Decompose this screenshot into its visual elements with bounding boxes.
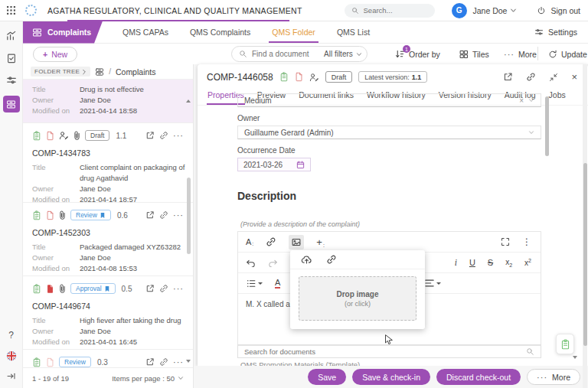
- all-filters-dropdown[interactable]: All filters: [324, 50, 362, 58]
- discard-checkout-button[interactable]: Discard check-out: [436, 369, 521, 385]
- copy-link-icon[interactable]: [159, 284, 168, 293]
- linked-document-row[interactable]: QMS Promotion Materials (Template): [240, 360, 501, 366]
- subscript-icon[interactable]: x2: [505, 258, 512, 268]
- occurrence-date-input[interactable]: 2021-03-26: [237, 158, 311, 171]
- undo-icon[interactable]: [246, 259, 256, 267]
- insert-more-icon[interactable]: +:: [316, 236, 325, 248]
- analytics-icon[interactable]: [5, 30, 17, 41]
- list-scrollbar[interactable]: [186, 81, 191, 366]
- items-per-page-dropdown[interactable]: Items per page : 50: [112, 374, 184, 383]
- font-color-icon[interactable]: A: [275, 279, 280, 289]
- calendar-icon[interactable]: [296, 161, 305, 169]
- filters-icon[interactable]: [6, 75, 17, 86]
- insert-image-icon[interactable]: [289, 235, 304, 249]
- workflow-flag-icon: [104, 285, 110, 292]
- language-flag-icon[interactable]: [6, 351, 17, 361]
- close-icon[interactable]: ×: [571, 71, 577, 83]
- image-dropzone[interactable]: Drop image (or click): [299, 276, 416, 321]
- insert-image-popup: Drop image (or click): [290, 250, 425, 329]
- document-link-search[interactable]: [237, 344, 541, 358]
- new-button[interactable]: +New: [33, 47, 77, 62]
- tab-qms-folder[interactable]: QMS Folder: [270, 21, 317, 43]
- order-by-button[interactable]: 1 Order by: [395, 49, 440, 59]
- italic-icon[interactable]: i: [455, 258, 457, 267]
- scroll-down-icon[interactable]: [573, 356, 577, 359]
- open-document-icon[interactable]: [145, 284, 155, 293]
- item-title: Client complaint on packaging of drug Ag…: [80, 162, 185, 184]
- open-document-icon[interactable]: [145, 131, 155, 140]
- form-scrollbar-thumb[interactable]: [545, 96, 549, 156]
- global-search[interactable]: [345, 4, 435, 18]
- page-scrollbar-thumb[interactable]: [583, 163, 587, 346]
- copy-link-icon[interactable]: [159, 131, 168, 140]
- tab-qms-capas[interactable]: QMS CAPAs: [121, 21, 170, 43]
- list-item[interactable]: Review 0.6 ··· COMP-1452303 TitlePackage…: [23, 203, 193, 276]
- tab-qms-list[interactable]: QMS List: [335, 21, 371, 43]
- avatar[interactable]: G: [452, 3, 467, 18]
- more-actions-icon[interactable]: ···: [173, 284, 184, 293]
- more-actions-button[interactable]: ···More: [527, 369, 580, 385]
- document-link-search-input[interactable]: [244, 347, 526, 356]
- collapse-panel-icon[interactable]: [549, 73, 558, 82]
- rich-text-editor[interactable]: A: +: ⋮ Normal i U S: [237, 231, 541, 346]
- tab-complaints[interactable]: Complaints: [23, 21, 103, 44]
- open-document-icon[interactable]: [145, 210, 155, 220]
- more-actions-icon[interactable]: ···: [173, 357, 184, 367]
- user-name[interactable]: Jane Doe: [473, 6, 508, 15]
- document-id[interactable]: COMP-1452303: [32, 226, 185, 242]
- copy-link-icon[interactable]: [159, 210, 168, 220]
- find-document-search[interactable]: All filters: [231, 46, 368, 62]
- image-url-tab-icon[interactable]: [326, 254, 337, 265]
- collapse-rail-icon[interactable]: [6, 371, 16, 381]
- save-button[interactable]: Save: [308, 369, 346, 385]
- app-launcher-icon[interactable]: [7, 6, 15, 15]
- list-item[interactable]: Review 0.3 ···: [23, 350, 193, 367]
- font-style-icon[interactable]: A:: [246, 237, 253, 246]
- sign-out-button[interactable]: Sign out: [537, 6, 580, 15]
- open-document-icon[interactable]: [503, 72, 513, 82]
- document-id[interactable]: COMP-1449674: [32, 299, 185, 315]
- more-actions-icon[interactable]: ···: [173, 210, 184, 220]
- document-id[interactable]: COMP-1434783: [32, 146, 185, 162]
- tiles-view-button[interactable]: Tiles: [459, 50, 489, 59]
- clipboard-shortcut-button[interactable]: [556, 334, 574, 354]
- find-document-input[interactable]: [252, 50, 319, 58]
- copy-link-icon[interactable]: [159, 357, 168, 367]
- tab-jobs[interactable]: Jobs: [548, 87, 567, 105]
- fullscreen-icon[interactable]: [501, 237, 510, 246]
- copy-link-icon[interactable]: [526, 72, 536, 82]
- underline-icon[interactable]: U: [469, 258, 475, 267]
- superscript-icon[interactable]: x2: [524, 258, 531, 267]
- redo-icon[interactable]: [268, 259, 278, 267]
- help-icon[interactable]: ?: [8, 330, 14, 341]
- scrollbar-thumb[interactable]: [187, 178, 191, 254]
- strikethrough-icon[interactable]: S: [488, 258, 493, 267]
- update-button[interactable]: Update: [548, 50, 587, 59]
- severity-select[interactable]: Medium ×: [237, 93, 541, 107]
- kebab-menu-icon[interactable]: ⋮: [522, 236, 531, 247]
- settings-button[interactable]: Settings: [534, 28, 577, 37]
- owner-select[interactable]: Guillaume Gerard (Admin): [237, 126, 541, 139]
- tab-qms-complaints[interactable]: QMS Complaints: [188, 21, 252, 43]
- breadcrumb[interactable]: Complaints: [116, 67, 156, 77]
- insert-link-icon[interactable]: [266, 236, 276, 247]
- complaints-app-icon[interactable]: [3, 96, 20, 112]
- list-item-selected[interactable]: TitleDrug is not effective OwnerJane Doe…: [23, 80, 193, 123]
- list-item[interactable]: Draft 1.1 ··· COMP-1434783 TitleClient c…: [23, 123, 193, 203]
- open-document-icon[interactable]: [145, 357, 155, 367]
- list-style-dropdown[interactable]: [246, 279, 263, 289]
- align-dropdown[interactable]: [424, 279, 441, 288]
- chevron-down-icon[interactable]: [510, 8, 517, 13]
- list-item[interactable]: Approval 0.5 ··· COMP-1449674 TitleHigh …: [23, 276, 193, 350]
- page-scrollbar[interactable]: [583, 64, 587, 388]
- scroll-down-icon[interactable]: [186, 360, 191, 363]
- clear-icon[interactable]: ×: [519, 96, 524, 105]
- folder-tree-button[interactable]: FOLDER TREE: [31, 67, 90, 77]
- tasks-icon[interactable]: [6, 53, 17, 64]
- upload-image-tab-icon[interactable]: [301, 255, 312, 264]
- global-search-input[interactable]: [364, 6, 425, 15]
- more-actions-icon[interactable]: ···: [173, 131, 184, 140]
- scroll-up-icon[interactable]: [186, 99, 191, 103]
- save-checkin-button[interactable]: Save & check-in: [352, 369, 430, 385]
- more-toolbar-button[interactable]: ··· More: [504, 50, 537, 59]
